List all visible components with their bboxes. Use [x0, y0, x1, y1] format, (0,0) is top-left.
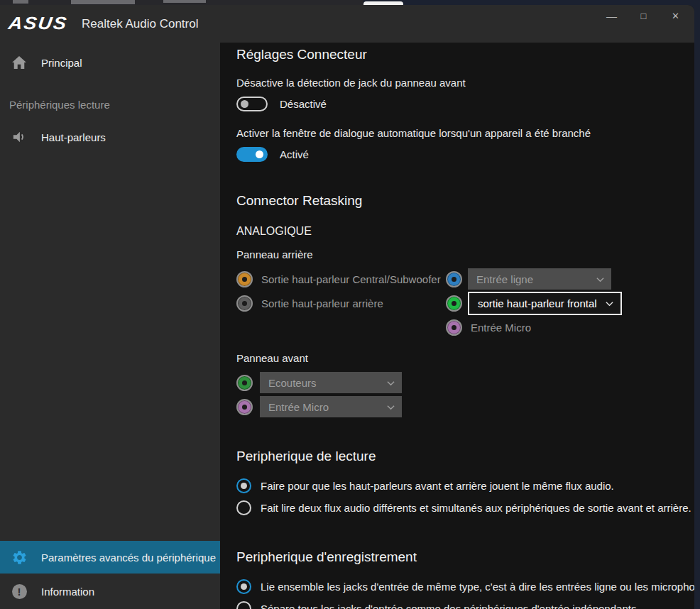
speaker-icon — [10, 128, 28, 146]
titlebar: ASUS Realtek Audio Control — □ ✕ — [0, 5, 694, 43]
background-window-strip — [0, 0, 363, 5]
sidebar: Principal Périphériques lecture Haut-par… — [0, 43, 220, 609]
jack-label: Sortie haut-parleur arrière — [261, 297, 383, 309]
front-mic-dropdown[interactable]: Entrée Micro — [260, 396, 402, 417]
front-panel-row: Entrée Micro — [236, 395, 694, 419]
jack-icon-purple — [236, 399, 253, 415]
radio-unselected[interactable] — [236, 601, 251, 609]
jack-detection-toggle-row: Désactivé — [236, 95, 694, 112]
jack-icon-blue — [446, 271, 462, 287]
radio-label: Faire pour que les haut-parleurs avant e… — [261, 480, 614, 492]
jack-icon-green — [236, 375, 253, 391]
front-panel-grid: Ecouteurs Entrée Micro — [236, 371, 694, 419]
home-icon — [10, 53, 28, 72]
front-speaker-out-dropdown[interactable]: sortie haut-parleur frontal — [468, 292, 622, 315]
rear-panel-row: Sortie haut-parleur arrière sortie haut-… — [236, 291, 694, 315]
recording-device-heading: Peripherique d'enregistrement — [236, 549, 694, 565]
maximize-button[interactable]: □ — [628, 5, 660, 26]
rear-panel-row: Entrée Micro — [236, 315, 694, 339]
auto-popup-toggle-row: Activé — [236, 146, 694, 163]
recording-options: Lie ensemble les jacks d'entrée de même … — [236, 576, 694, 609]
window-title: Realtek Audio Control — [82, 17, 198, 31]
rear-panel-row: Sortie haut-parleur Central/Subwoofer En… — [236, 267, 694, 291]
jack-detection-state: Désactivé — [280, 98, 327, 110]
chevron-down-icon — [606, 300, 613, 307]
background-window-sliver — [0, 0, 700, 5]
dropdown-value: Entrée ligne — [476, 273, 533, 285]
auto-popup-toggle[interactable] — [236, 147, 268, 162]
radio-selected[interactable] — [236, 579, 251, 594]
background-window-strip — [403, 0, 700, 5]
connector-settings-heading: Réglages Connecteur — [236, 47, 694, 62]
rear-jack-center-subwoofer: Sortie haut-parleur Central/Subwoofer — [236, 271, 446, 287]
recording-option-separate-jacks[interactable]: Sépare tous les jacks d'entrée comme des… — [236, 598, 694, 609]
chevron-down-icon — [387, 379, 395, 387]
line-in-dropdown[interactable]: Entrée ligne — [468, 268, 611, 290]
background-window-text-fragment — [13, 0, 28, 4]
minimize-button[interactable]: — — [596, 5, 628, 26]
toggle-knob — [241, 100, 248, 108]
connector-retasking-heading: Connector Retasking — [236, 193, 694, 209]
realtek-audio-control-window: ASUS Realtek Audio Control — □ ✕ Princip… — [0, 5, 694, 609]
jack-icon-green — [446, 295, 462, 312]
dropdown-value: sortie haut-parleur frontal — [478, 297, 597, 309]
playback-option-different-streams[interactable]: Fait lire deux flux audio différents et … — [236, 497, 694, 519]
jack-label: Entrée Micro — [471, 322, 531, 334]
rear-jack-mic-in: Entrée Micro — [446, 319, 531, 336]
recording-option-tie-jacks[interactable]: Lie ensemble les jacks d'entrée de même … — [236, 576, 694, 598]
chevron-down-icon — [596, 275, 604, 283]
jack-detection-label: Désactive la détection de jack du pannea… — [236, 77, 694, 89]
sidebar-item-information[interactable]: ! Information — [0, 574, 220, 609]
front-panel-label: Panneau avant — [236, 352, 694, 366]
radio-label: Sépare tous les jacks d'entrée comme des… — [261, 603, 640, 609]
main-content: Réglages Connecteur Désactive la détecti… — [220, 43, 694, 609]
sidebar-item-speakers[interactable]: Haut-parleurs — [0, 121, 220, 153]
dropdown-value: Ecouteurs — [268, 377, 317, 389]
jack-label: Sortie haut-parleur Central/Subwoofer — [261, 273, 441, 285]
sidebar-section-playback-devices: Périphériques lecture — [0, 99, 220, 114]
rear-jack-line-in: Entrée ligne — [446, 268, 611, 290]
auto-popup-label: Activer la fenêtre de dialogue automatiq… — [236, 127, 694, 139]
window-controls: — □ ✕ — [596, 5, 691, 26]
jack-icon-grey — [236, 295, 253, 312]
rear-jack-front-speaker-out: sortie haut-parleur frontal — [446, 292, 622, 315]
sidebar-item-label: Information — [41, 586, 94, 598]
gear-icon — [10, 548, 28, 566]
sidebar-spacer — [0, 153, 220, 541]
jack-icon-purple — [446, 319, 462, 336]
playback-options: Faire pour que les haut-parleurs avant e… — [236, 475, 694, 519]
sidebar-item-label: Haut-parleurs — [41, 131, 106, 143]
toggle-knob — [256, 150, 263, 158]
analog-subheading: ANALOGIQUE — [236, 225, 694, 238]
playback-option-same-stream[interactable]: Faire pour que les haut-parleurs avant e… — [236, 475, 694, 497]
radio-label: Fait lire deux flux audio différents et … — [261, 502, 691, 514]
jack-detection-toggle[interactable] — [236, 97, 268, 111]
rear-jack-rear-speaker: Sortie haut-parleur arrière — [236, 295, 446, 312]
sidebar-item-label: Paramètres avancés du périphérique — [41, 552, 216, 564]
sidebar-item-principal[interactable]: Principal — [0, 47, 220, 78]
radio-label: Lie ensemble les jacks d'entrée de même … — [261, 581, 694, 593]
sidebar-item-advanced-settings[interactable]: Paramètres avancés du périphérique — [0, 541, 220, 574]
rear-panel-label: Panneau arrière — [236, 248, 694, 263]
radio-selected[interactable] — [236, 478, 251, 493]
radio-unselected[interactable] — [236, 500, 251, 515]
front-panel-row: Ecouteurs — [236, 371, 694, 395]
dropdown-value: Entrée Micro — [268, 401, 329, 413]
jack-icon-orange — [236, 271, 253, 287]
auto-popup-state: Activé — [280, 148, 309, 160]
close-button[interactable]: ✕ — [660, 5, 691, 26]
sidebar-item-label: Principal — [41, 57, 82, 69]
rear-panel-grid: Sortie haut-parleur Central/Subwoofer En… — [236, 267, 694, 339]
background-window-text-fragment — [163, 0, 206, 3]
chevron-down-icon — [387, 403, 395, 411]
background-window-text-fragment — [71, 0, 135, 4]
playback-device-heading: Peripherique de lecture — [236, 449, 694, 464]
asus-logo: ASUS — [7, 13, 69, 34]
info-icon: ! — [10, 582, 28, 600]
headphones-dropdown[interactable]: Ecouteurs — [260, 372, 402, 393]
